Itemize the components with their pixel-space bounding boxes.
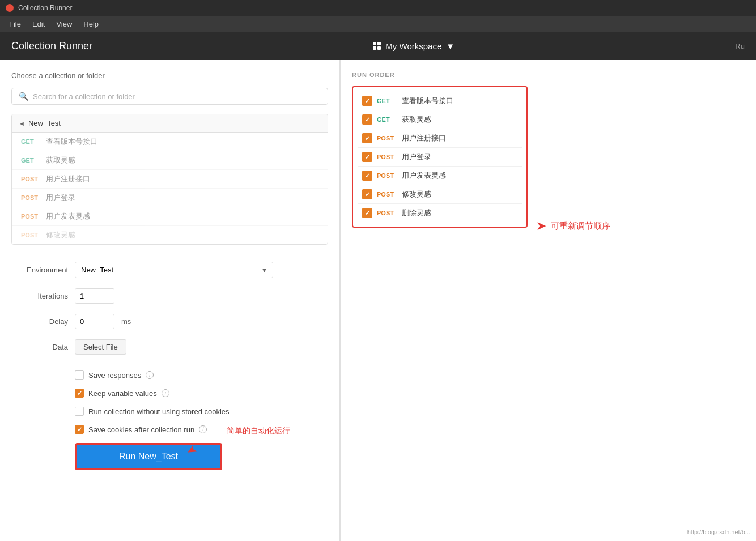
save-responses-info-icon[interactable]: i: [146, 371, 154, 379]
workspace-name: My Workspace: [385, 41, 441, 51]
item-name: 查看版本号接口: [46, 137, 97, 147]
run-item-checkbox[interactable]: [362, 152, 372, 162]
environment-label: Environment: [11, 266, 68, 274]
iterations-label: Iterations: [11, 292, 68, 300]
run-item-method: POST: [377, 154, 397, 160]
run-order-item: POST 用户登录: [358, 148, 522, 167]
run-item-method: GET: [377, 116, 397, 123]
form-section: Environment New_Test ▼ Iterations Delay …: [11, 256, 328, 370]
no-cookies-checkbox[interactable]: [75, 407, 84, 416]
run-order-item: GET 获取灵感: [358, 110, 522, 129]
workspace-grid-icon: [373, 42, 381, 50]
run-order-item: POST 删除灵感: [358, 204, 522, 222]
search-box: 🔍: [11, 88, 328, 105]
method-badge: POST: [21, 232, 41, 238]
environment-select[interactable]: New_Test: [75, 262, 273, 278]
run-item-checkbox[interactable]: [362, 133, 372, 143]
collection-items: GET 查看版本号接口 GET 获取灵感 POST 用户注册接口 POST 用户…: [12, 133, 328, 244]
collection-header[interactable]: ◄ New_Test: [12, 114, 328, 133]
data-label: Data: [11, 343, 68, 351]
save-cookies-checkbox[interactable]: [75, 425, 84, 434]
run-item-name: 用户发表灵感: [402, 171, 446, 181]
list-item[interactable]: GET 获取灵感: [12, 151, 328, 170]
workspace-chevron: ▼: [446, 41, 455, 51]
select-file-button[interactable]: Select File: [75, 339, 126, 355]
method-badge: POST: [21, 194, 41, 201]
collection-tree: ◄ New_Test GET 查看版本号接口 GET 获取灵感 POST 用户注…: [11, 114, 328, 245]
list-item[interactable]: POST 用户发表灵感: [12, 207, 328, 226]
method-badge: POST: [21, 213, 41, 220]
header-right-label: Ru: [735, 42, 745, 50]
save-cookies-label: Save cookies after collection run: [88, 425, 194, 434]
iterations-row: Iterations: [11, 288, 328, 304]
keep-variable-row: Keep variable values i: [11, 389, 328, 398]
menu-help[interactable]: Help: [79, 19, 103, 29]
run-item-checkbox[interactable]: [362, 114, 372, 125]
run-item-checkbox[interactable]: [362, 189, 372, 199]
no-cookies-label: Run collection without using stored cook…: [88, 407, 230, 416]
list-item[interactable]: POST 用户登录: [12, 189, 328, 207]
chevron-left-icon: ◄: [19, 120, 25, 127]
delay-unit: ms: [121, 317, 131, 326]
run-order-box: GET 查看版本号接口 GET 获取灵感 POST 用户注册接口 POST 用户…: [352, 86, 528, 228]
item-name: 获取灵感: [46, 155, 75, 165]
save-responses-row: Save responses i: [11, 370, 328, 380]
workspace-selector[interactable]: My Workspace ▼: [373, 41, 455, 51]
run-item-method: POST: [377, 172, 397, 179]
run-item-name: 获取灵感: [402, 114, 431, 125]
keep-variable-info-icon[interactable]: i: [162, 389, 169, 397]
arrow-right-icon: ➤: [536, 219, 546, 233]
list-item[interactable]: GET 查看版本号接口: [12, 133, 328, 151]
reorder-annotation: 可重新调节顺序: [551, 221, 610, 232]
run-item-checkbox[interactable]: [362, 96, 372, 106]
menu-file[interactable]: File: [5, 19, 26, 29]
run-item-name: 修改灵感: [402, 189, 431, 199]
search-input[interactable]: [33, 92, 321, 101]
item-name: 用户注册接口: [46, 174, 90, 184]
menu-view[interactable]: View: [52, 19, 77, 29]
menu-bar: File Edit View Help: [0, 16, 756, 32]
bottom-annotation: 简单的自动化运行: [227, 426, 290, 436]
delay-label: Delay: [11, 317, 68, 326]
run-item-checkbox[interactable]: [362, 208, 372, 218]
run-item-checkbox[interactable]: [362, 171, 372, 181]
left-panel: Choose a collection or folder 🔍 ◄ New_Te…: [0, 60, 340, 541]
watermark: http://blog.csdn.net/b...: [687, 529, 750, 535]
title-bar-text: Collection Runner: [18, 4, 72, 12]
run-order-item: GET 查看版本号接口: [358, 92, 522, 110]
menu-edit[interactable]: Edit: [28, 19, 49, 29]
list-item[interactable]: POST 修改灵感: [12, 226, 328, 244]
save-cookies-info-icon[interactable]: i: [199, 425, 207, 433]
delay-row: Delay ms: [11, 314, 328, 329]
run-item-method: POST: [377, 210, 397, 216]
run-item-name: 用户登录: [402, 152, 431, 162]
method-badge: GET: [21, 138, 41, 145]
item-name: 用户登录: [46, 193, 75, 203]
title-bar: Collection Runner: [0, 0, 756, 16]
main-container: Choose a collection or folder 🔍 ◄ New_Te…: [0, 60, 756, 541]
collection-name: New_Test: [28, 119, 61, 127]
save-responses-checkbox[interactable]: [75, 370, 84, 380]
right-annotation-area: ➤ 可重新调节顺序: [536, 219, 610, 233]
keep-variable-label: Keep variable values: [88, 389, 157, 398]
run-order-item: POST 用户发表灵感: [358, 167, 522, 185]
data-row: Data Select File: [11, 339, 328, 355]
run-order-title: RUN ORDER: [352, 71, 745, 78]
app-icon: [6, 4, 14, 12]
list-item[interactable]: POST 用户注册接口: [12, 170, 328, 189]
run-button-area: Run New_Test 简单的自动化运行 ➤: [11, 443, 328, 470]
run-order-item: POST 修改灵感: [358, 185, 522, 204]
environment-row: Environment New_Test ▼: [11, 262, 328, 278]
run-item-name: 查看版本号接口: [402, 96, 453, 106]
run-item-method: POST: [377, 135, 397, 142]
run-order-item: POST 用户注册接口: [358, 129, 522, 148]
right-panel: RUN ORDER GET 查看版本号接口 GET 获取灵感 POST 用户注册…: [341, 60, 756, 541]
keep-variable-checkbox[interactable]: [75, 389, 84, 398]
run-button[interactable]: Run New_Test: [75, 443, 222, 470]
run-item-name: 用户注册接口: [402, 133, 446, 143]
method-badge: POST: [21, 176, 41, 182]
iterations-input[interactable]: [75, 288, 114, 304]
method-badge: GET: [21, 157, 41, 164]
delay-input[interactable]: [75, 314, 114, 329]
header-title: Collection Runner: [11, 40, 92, 52]
